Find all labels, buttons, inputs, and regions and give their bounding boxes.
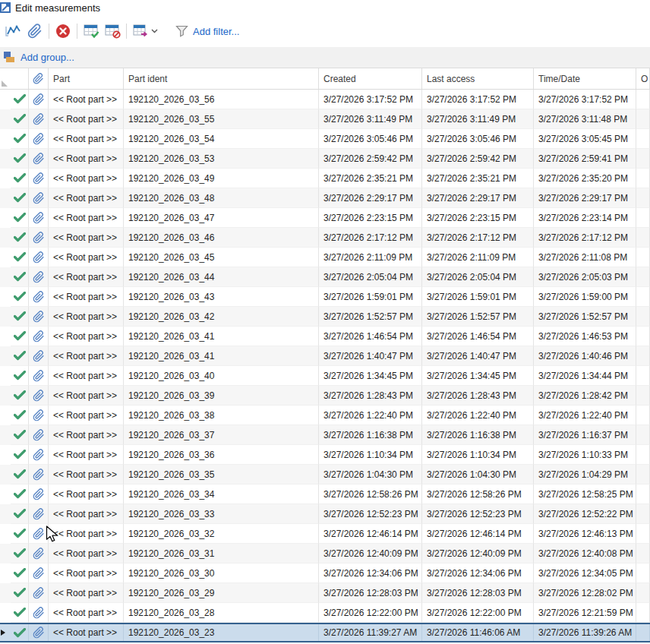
table-row[interactable]: << Root part >> 192120_2026_03_41 3/27/2… [0, 346, 650, 366]
table-row[interactable]: << Root part >> 192120_2026_03_41 3/27/2… [0, 327, 650, 346]
table-row[interactable]: << Root part >> 192120_2026_03_38 3/27/2… [0, 406, 650, 425]
row-checked-cell[interactable] [11, 228, 29, 248]
row-checked-cell[interactable] [11, 307, 29, 327]
row-checked-cell[interactable] [11, 425, 29, 445]
row-checked-cell[interactable] [11, 327, 29, 346]
table-row[interactable]: << Root part >> 192120_2026_03_46 3/27/2… [0, 228, 650, 248]
table-row[interactable]: << Root part >> 192120_2026_03_43 3/27/2… [0, 287, 650, 307]
table-row[interactable]: << Root part >> 192120_2026_03_42 3/27/2… [0, 307, 650, 327]
group-by-band[interactable]: Add group... [0, 47, 650, 68]
row-attachment-cell[interactable] [29, 425, 49, 445]
row-attachment-cell[interactable] [29, 624, 49, 641]
row-checked-cell[interactable] [11, 406, 29, 425]
row-attachment-cell[interactable] [29, 327, 49, 346]
table-row[interactable]: << Root part >> 192120_2026_03_53 3/27/2… [0, 149, 650, 169]
row-checked-cell[interactable] [11, 504, 29, 524]
reject-all-button[interactable] [102, 21, 123, 42]
row-checked-cell[interactable] [11, 208, 29, 228]
row-checked-cell[interactable] [11, 445, 29, 465]
row-attachment-cell[interactable] [29, 465, 49, 485]
table-row[interactable]: << Root part >> 192120_2026_03_23 3/27/2… [0, 623, 650, 642]
row-checked-cell[interactable] [11, 366, 29, 386]
row-attachment-cell[interactable] [29, 406, 49, 425]
table-row[interactable]: << Root part >> 192120_2026_03_36 3/27/2… [0, 445, 650, 465]
row-attachment-cell[interactable] [29, 109, 49, 129]
table-row[interactable]: << Root part >> 192120_2026_03_49 3/27/2… [0, 169, 650, 188]
row-attachment-cell[interactable] [29, 248, 49, 267]
table-row[interactable]: << Root part >> 192120_2026_03_34 3/27/2… [0, 485, 650, 504]
table-row[interactable]: << Root part >> 192120_2026_03_44 3/27/2… [0, 267, 650, 287]
row-checked-cell[interactable] [11, 583, 29, 603]
table-row[interactable]: << Root part >> 192120_2026_03_32 3/27/2… [0, 524, 650, 544]
table-row[interactable]: << Root part >> 192120_2026_03_31 3/27/2… [0, 544, 650, 564]
table-row[interactable]: << Root part >> 192120_2026_03_56 3/27/2… [0, 90, 650, 109]
row-checked-cell[interactable] [11, 188, 29, 208]
row-checked-cell[interactable] [11, 149, 29, 169]
row-attachment-cell[interactable] [29, 267, 49, 287]
row-checked-cell[interactable] [11, 485, 29, 504]
row-attachment-cell[interactable] [29, 346, 49, 366]
row-attachment-cell[interactable] [29, 169, 49, 188]
row-attachment-cell[interactable] [29, 485, 49, 504]
row-attachment-cell[interactable] [29, 287, 49, 307]
row-checked-cell[interactable] [11, 524, 29, 544]
table-row[interactable]: << Root part >> 192120_2026_03_35 3/27/2… [0, 465, 650, 485]
export-table-button[interactable] [130, 21, 160, 42]
row-checked-cell[interactable] [11, 169, 29, 188]
delete-button[interactable] [52, 21, 74, 42]
row-checked-cell[interactable] [11, 564, 29, 583]
row-attachment-cell[interactable] [29, 129, 49, 149]
row-attachment-cell[interactable] [29, 603, 49, 623]
header-o[interactable]: O [636, 68, 650, 89]
table-row[interactable]: << Root part >> 192120_2026_03_30 3/27/2… [0, 564, 650, 583]
row-attachment-cell[interactable] [29, 90, 49, 109]
row-checked-cell[interactable] [11, 287, 29, 307]
row-checked-cell[interactable] [11, 129, 29, 149]
attachment-button[interactable] [24, 21, 46, 42]
accept-all-button[interactable] [80, 21, 102, 42]
row-checked-cell[interactable] [11, 90, 29, 109]
row-checked-cell[interactable] [11, 465, 29, 485]
row-checked-cell[interactable] [11, 267, 29, 287]
header-part[interactable]: Part [49, 68, 124, 89]
row-attachment-cell[interactable] [29, 228, 49, 248]
row-checked-cell[interactable] [11, 248, 29, 267]
row-attachment-cell[interactable] [29, 366, 49, 386]
add-filter-button[interactable]: Add filter... [171, 21, 244, 42]
header-time-date[interactable]: Time/Date [534, 68, 636, 89]
row-attachment-cell[interactable] [29, 386, 49, 406]
row-attachment-cell[interactable] [29, 149, 49, 169]
header-created[interactable]: Created [319, 68, 422, 89]
row-attachment-cell[interactable] [29, 307, 49, 327]
row-attachment-cell[interactable] [29, 445, 49, 465]
table-row[interactable]: << Root part >> 192120_2026_03_37 3/27/2… [0, 425, 650, 445]
row-attachment-cell[interactable] [29, 208, 49, 228]
table-row[interactable]: << Root part >> 192120_2026_03_54 3/27/2… [0, 129, 650, 149]
row-checked-cell[interactable] [11, 386, 29, 406]
row-checked-cell[interactable] [11, 109, 29, 129]
row-attachment-cell[interactable] [29, 544, 49, 564]
row-attachment-cell[interactable] [29, 504, 49, 524]
row-checked-cell[interactable] [11, 624, 29, 641]
row-attachment-cell[interactable] [29, 583, 49, 603]
row-checked-cell[interactable] [11, 544, 29, 564]
header-attachment[interactable] [29, 68, 49, 89]
row-checked-cell[interactable] [11, 346, 29, 366]
table-row[interactable]: << Root part >> 192120_2026_03_40 3/27/2… [0, 366, 650, 386]
table-row[interactable]: << Root part >> 192120_2026_03_55 3/27/2… [0, 109, 650, 129]
header-corner-cell[interactable] [0, 68, 11, 89]
header-checked[interactable] [11, 68, 29, 89]
header-last-access[interactable]: Last access [422, 68, 534, 89]
table-row[interactable]: << Root part >> 192120_2026_03_39 3/27/2… [0, 386, 650, 406]
table-row[interactable]: << Root part >> 192120_2026_03_45 3/27/2… [0, 248, 650, 267]
row-attachment-cell[interactable] [29, 188, 49, 208]
table-row[interactable]: << Root part >> 192120_2026_03_33 3/27/2… [0, 504, 650, 524]
row-checked-cell[interactable] [11, 603, 29, 623]
row-attachment-cell[interactable] [29, 524, 49, 544]
header-part-ident[interactable]: Part ident [124, 68, 319, 89]
table-row[interactable]: << Root part >> 192120_2026_03_47 3/27/2… [0, 208, 650, 228]
table-row[interactable]: << Root part >> 192120_2026_03_28 3/27/2… [0, 603, 650, 623]
chart-button[interactable] [3, 21, 24, 42]
row-attachment-cell[interactable] [29, 564, 49, 583]
table-row[interactable]: << Root part >> 192120_2026_03_48 3/27/2… [0, 188, 650, 208]
